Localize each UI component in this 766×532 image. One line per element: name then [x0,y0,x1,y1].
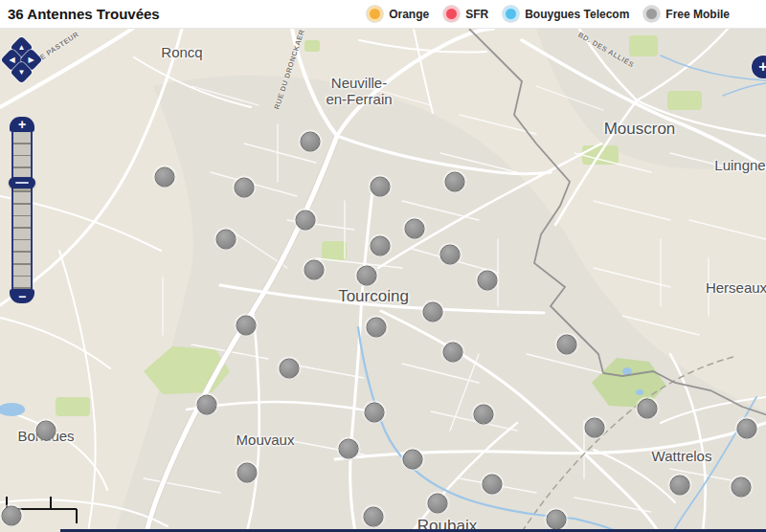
antenna-marker[interactable] [365,403,385,423]
zoom-control: + − [0,29,48,287]
antenna-marker[interactable] [670,476,690,496]
antenna-marker[interactable] [371,236,391,256]
operator-dot-icon [443,6,460,22]
antenna-marker[interactable] [732,477,752,498]
antenna-marker[interactable] [557,335,577,355]
operator-dot-icon [643,6,660,22]
legend-item-sfr[interactable]: SFR [443,6,488,22]
antenna-marker[interactable] [301,132,321,152]
plus-icon: + [18,117,26,132]
legend-item-label: Bouygues Telecom [525,8,629,21]
town-label-herseaux: Herseaux [706,280,766,297]
antenna-marker[interactable] [423,302,443,322]
town-label-mouvaux: Mouvaux [237,432,295,449]
header-bar: 36 Antennes Trouvées OrangeSFRBouygues T… [0,0,766,29]
antenna-marker[interactable] [367,318,387,338]
antenna-marker[interactable] [483,475,503,495]
antenna-marker[interactable] [216,230,237,250]
operator-dot-icon [367,6,383,22]
legend-item-orange[interactable]: Orange [367,6,429,22]
antenna-marker[interactable] [440,245,461,265]
antenna-marker[interactable] [371,177,391,197]
legend-item-label: Orange [389,8,429,21]
antenna-marker[interactable] [357,266,377,286]
antenna-marker[interactable] [474,405,494,425]
town-label-neuville-en-ferrain: Neuville-en-Ferrain [326,76,392,108]
antenna-marker[interactable] [478,271,498,291]
antenna-marker[interactable] [296,211,316,231]
legend-item-bouygues-telecom[interactable]: Bouygues Telecom [503,6,629,22]
app-window: 36 Antennes Trouvées OrangeSFRBouygues T… [0,0,766,532]
antenna-marker[interactable] [2,506,22,526]
minus-icon: − [18,289,26,304]
operator-dot-icon [503,6,519,22]
antenna-marker[interactable] [547,510,567,530]
town-label-mouscron: Mouscron [604,120,676,138]
zoom-in-button[interactable]: + [10,117,34,132]
town-label-roncq: Roncq [161,45,202,61]
zoom-slider-handle[interactable] [9,177,35,188]
antenna-marker[interactable] [443,343,463,363]
antenna-marker[interactable] [36,421,56,441]
legend-item-label: SFR [465,8,488,21]
map-canvas[interactable]: RUE PASTEURRUE DU DRONCKAERTBD. DES ALLI… [0,29,766,532]
plus-icon: + [758,58,766,76]
results-count-title: 36 Antennes Trouvées [0,6,160,22]
antenna-marker[interactable] [237,316,257,336]
antenna-marker[interactable] [235,178,255,198]
zoom-slider-track[interactable] [11,132,33,289]
antenna-marker[interactable] [155,167,175,188]
antenna-marker[interactable] [445,172,465,192]
antenna-marker[interactable] [428,494,448,514]
antenna-marker[interactable] [364,507,384,527]
antenna-marker[interactable] [638,399,658,419]
antenna-marker[interactable] [197,395,217,415]
legend-item-label: Free Mobile [665,8,730,21]
antenna-marker[interactable] [737,419,757,439]
antenna-marker[interactable] [304,260,325,280]
town-label-tourcoing: Tourcoing [338,287,409,305]
town-label-wattrelos: Wattrelos [652,449,712,465]
antenna-marker[interactable] [585,418,605,438]
antenna-marker[interactable] [405,219,425,239]
legend: OrangeSFRBouygues TelecomFree Mobile [328,6,766,22]
town-label-luingne: Luingne [714,158,765,174]
antenna-marker[interactable] [237,463,258,483]
antenna-marker[interactable] [339,439,359,459]
legend-item-free-mobile[interactable]: Free Mobile [643,6,730,22]
antenna-marker[interactable] [280,359,300,379]
antenna-marker[interactable] [403,450,423,470]
